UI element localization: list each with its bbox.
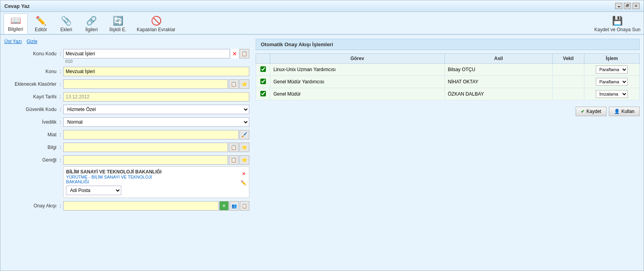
gizle-link[interactable]: Gizle	[26, 39, 37, 44]
onay-settings-icon: 📋	[242, 203, 247, 209]
restore-button[interactable]: 🗗	[624, 3, 631, 9]
konu-kodu-row: Konu Kodu : ✕ 📋 010	[4, 49, 249, 64]
approval-row-0-islem-select[interactable]: Paraflama İmzalama	[596, 66, 628, 73]
ekleri-label: Ekleri	[60, 27, 72, 32]
approval-row-0-vekil	[553, 64, 584, 76]
geregi-item-sub: YÜRÜTME - BİLİM SANAYİ VE TEKNOLOJİ	[66, 175, 162, 179]
ust-yazi-link[interactable]: Üst Yazı	[4, 39, 22, 44]
close-button[interactable]: ✕	[633, 3, 640, 9]
onay-add-button[interactable]: +	[219, 201, 229, 211]
left-panel: Üst Yazı Gizle Konu Kodu : ✕	[4, 39, 249, 214]
col-asil: Asil	[444, 54, 552, 64]
bilgileri-icon: 📖	[10, 15, 21, 26]
ilgileri-icon: 🔗	[86, 16, 97, 26]
approval-row-1: Genel Müdür Yardımcısı NİHAT OKTAY Paraf…	[256, 76, 640, 88]
approval-row-2: Genel Müdür ÖZKAN DALBAY Paraflama İmzal…	[256, 88, 640, 100]
miat-input[interactable]	[63, 130, 239, 139]
miat-label: Miat	[4, 130, 60, 137]
miat-calendar-button[interactable]: 🖌️	[239, 130, 249, 139]
approval-row-1-islem-select[interactable]: Paraflama İmzalama	[596, 78, 628, 86]
geregi-browse-icon: 📋	[231, 157, 237, 163]
approval-row-0-checkbox[interactable]	[260, 66, 266, 72]
tab-editor[interactable]: ✏️ Editör	[29, 14, 53, 34]
bilgi-row: Bilgi : 📋 ⭐	[4, 143, 249, 152]
approval-row-1-vekil	[553, 76, 584, 88]
bilgi-star-button[interactable]: ⭐	[239, 143, 249, 152]
konu-input[interactable]	[63, 67, 249, 76]
klasor-browse-button[interactable]: 📋	[229, 79, 239, 89]
kullan-button[interactable]: 👤 Kullan	[609, 107, 640, 116]
col-gorev: Görev	[270, 54, 445, 64]
eklenecek-klasorler-row: Eklenecek Klasörler : 📋 ⭐	[4, 79, 249, 89]
approval-row-1-checkbox[interactable]	[260, 79, 266, 84]
approval-row-1-islem-cell: Paraflama İmzalama	[584, 76, 640, 88]
approval-row-0-islem-cell: Paraflama İmzalama	[584, 64, 640, 76]
kullan-icon: 👤	[614, 109, 620, 114]
bilgi-label: Bilgi	[4, 143, 60, 150]
eklenecek-klasorler-input[interactable]	[63, 79, 228, 89]
main-window: Cevap Yaz 🗕 🗗 ✕ 📖 Bilgileri ✏️ Editör 📎 …	[0, 0, 644, 271]
ivedilik-select[interactable]: Normal Acele Günlü	[63, 117, 249, 127]
approval-row-2-vekil	[553, 88, 584, 100]
geregi-item: BİLİM SANAYİ VE TEKNOLOJİ BAKANLIĞI YÜRÜ…	[63, 166, 249, 198]
geregi-browse-button[interactable]: 📋	[229, 155, 239, 165]
kaydet-button[interactable]: ✔ Kaydet	[576, 107, 606, 116]
approval-row-2-islem-select[interactable]: Paraflama İmzalama	[596, 90, 628, 98]
konu-kodu-search-button[interactable]: 📋	[239, 49, 249, 58]
approval-row-2-checkbox[interactable]	[260, 91, 266, 96]
save-label: Kaydet ve Onaya Sun	[594, 27, 640, 32]
approval-table: Görev Asil Vekil İşlem Linux-Unix Uzman …	[256, 53, 640, 100]
onay-browse-button[interactable]: 👥	[230, 201, 239, 211]
tab-ekleri[interactable]: 📎 Ekleri	[55, 14, 78, 34]
approval-panel-header: Otomatik Onay Akışı İşlemleri	[256, 39, 640, 50]
tab-ilgileri[interactable]: 🔗 İlgileri	[80, 14, 104, 34]
onay-settings-button[interactable]: 📋	[240, 201, 249, 211]
tab-kapatilan[interactable]: 🚫 Kapatılan Evraklar	[132, 14, 180, 34]
klasor-star-button[interactable]: ⭐	[239, 79, 249, 89]
save-and-submit-button[interactable]: 💾 Kaydet ve Onaya Sun	[594, 16, 640, 32]
kayit-tarihi-row: Kayıt Tarihi :	[4, 92, 249, 102]
kullan-label: Kullan	[621, 109, 635, 114]
kaydet-icon: ✔	[581, 109, 585, 114]
konu-kodu-label: Konu Kodu	[4, 49, 60, 56]
konu-label: Konu	[4, 67, 60, 74]
minimize-button[interactable]: 🗕	[615, 3, 622, 9]
approval-bottom-buttons: ✔ Kaydet 👤 Kullan	[256, 107, 640, 116]
geregi-item-delivery-select[interactable]: Adi Posta APS Faks	[66, 186, 121, 195]
approval-row-0-asil: Bilsay OTÇU	[444, 64, 552, 76]
tab-bilgileri[interactable]: 📖 Bilgileri	[4, 13, 28, 34]
konu-kodu-input[interactable]	[63, 49, 230, 58]
kayit-tarihi-label: Kayıt Tarihi	[4, 92, 60, 100]
geregi-input[interactable]	[63, 155, 228, 165]
tab-iliskili-e[interactable]: 🔄 İlişkili E.	[105, 14, 131, 34]
approval-row-1-checkbox-cell	[256, 76, 270, 88]
geregi-row: Gereği : 📋 ⭐ BİLİM SANAYİ VE TEKN	[4, 155, 249, 198]
approval-row-0: Linux-Unix Uzman Yardımcısı Bilsay OTÇU …	[256, 64, 640, 76]
bilgi-input[interactable]	[63, 143, 228, 152]
bilgi-browse-button[interactable]: 📋	[229, 143, 239, 152]
window-controls: 🗕 🗗 ✕	[615, 3, 640, 9]
eklenecek-klasorler-label: Eklenecek Klasörler	[4, 79, 60, 87]
iliskili-label: İlişkili E.	[109, 27, 126, 32]
ekleri-icon: 📎	[61, 16, 72, 26]
geregi-item-edit-button[interactable]: ✏️	[241, 179, 247, 186]
onay-browse-icon: 👥	[232, 203, 237, 209]
geregi-item-remove-button[interactable]: ✕	[241, 170, 247, 177]
geregi-star-button[interactable]: ⭐	[239, 155, 249, 165]
onay-akisi-input[interactable]	[63, 201, 218, 211]
col-checkbox	[256, 54, 270, 64]
miat-row: Miat : 🖌️	[4, 130, 249, 139]
toolbar-right: 💾 Kaydet ve Onaya Sun	[594, 16, 640, 34]
konu-kodu-clear-button[interactable]: ✕	[231, 49, 239, 58]
col-vekil: Vekil	[553, 54, 584, 64]
kapatilan-icon: 🚫	[151, 16, 162, 26]
iliskili-icon: 🔄	[113, 16, 123, 26]
guvenlik-kodu-label: Güvenlik Kodu	[4, 105, 60, 112]
approval-row-2-gorev: Genel Müdür	[270, 88, 445, 100]
geregi-label: Gereği	[4, 155, 60, 163]
approval-row-1-asil: NİHAT OKTAY	[444, 76, 552, 88]
klasor-browse-icon: 📋	[231, 81, 237, 87]
miat-calendar-icon: 🖌️	[241, 132, 247, 137]
guvenlik-kodu-select[interactable]: Hizmete Özel Genel Gizli	[63, 105, 249, 114]
toolbar: 📖 Bilgileri ✏️ Editör 📎 Ekleri 🔗 İlgiler…	[0, 12, 644, 35]
